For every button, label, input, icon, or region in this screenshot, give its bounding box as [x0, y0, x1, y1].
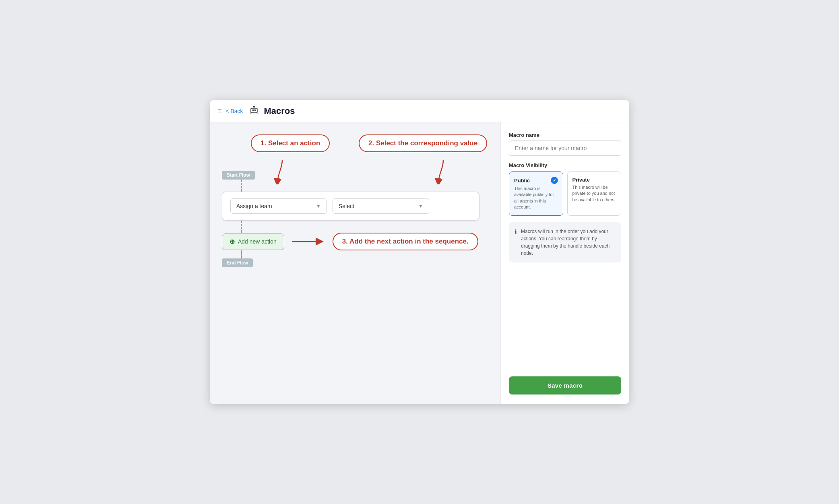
private-visibility-card[interactable]: Private This macro will be private to yo… [567, 171, 622, 216]
dashed-line-bottom [241, 250, 242, 258]
annotation-3: 3. Add the next action in the sequence. [333, 233, 478, 250]
arrow-3-icon [292, 235, 324, 248]
info-text: Macros will run in the order you add you… [521, 228, 616, 257]
svg-point-4 [253, 106, 254, 107]
action-card: Assign a team ▼ Select ▼ [222, 192, 479, 221]
sidebar-spacer [509, 269, 621, 370]
header: ≡ < Back Macros [210, 100, 629, 122]
app-window: ≡ < Back Macros 1 [210, 100, 629, 404]
private-card-title: Private [572, 177, 616, 183]
svg-rect-2 [254, 109, 256, 111]
flow-container: Start Flow Assign a team ▼ Select ▼ [222, 171, 488, 267]
back-label: < Back [225, 108, 243, 114]
visibility-section: Macro Visibility Public ✓ This macro is … [509, 162, 621, 216]
public-card-desc: This macro is available publicly for all… [514, 186, 558, 211]
back-button[interactable]: < Back [225, 108, 243, 114]
add-new-action-button[interactable]: ⊕ Add new action [222, 233, 284, 250]
visibility-options: Public ✓ This macro is available publicl… [509, 171, 621, 216]
public-check-icon: ✓ [551, 177, 558, 184]
public-visibility-card[interactable]: Public ✓ This macro is available publicl… [509, 171, 563, 216]
info-icon: ℹ [515, 228, 517, 236]
start-flow-badge: Start Flow [222, 171, 255, 180]
macro-name-input[interactable] [509, 140, 621, 156]
dashed-line-middle [241, 221, 242, 233]
annotation-1: 1. Select an action [251, 134, 330, 152]
sidebar: Macro name Macro Visibility Public ✓ Thi… [500, 122, 629, 404]
plus-icon: ⊕ [229, 238, 235, 246]
svg-rect-1 [252, 109, 254, 111]
canvas-inner: 1. Select an action 2. Select the corres… [222, 134, 488, 267]
macro-icon [250, 105, 258, 116]
end-flow-badge: End Flow [222, 258, 253, 267]
info-box: ℹ Macros will run in the order you add y… [509, 222, 621, 262]
canvas-area: 1. Select an action 2. Select the corres… [210, 122, 500, 404]
value-dropdown[interactable]: Select ▼ [333, 198, 429, 214]
private-card-desc: This macro will be private to you and no… [572, 184, 616, 203]
hamburger-icon[interactable]: ≡ [218, 107, 221, 115]
annotation-2: 2. Select the corresponding value [359, 134, 487, 152]
action-dropdown-caret: ▼ [316, 203, 321, 209]
step3-row: ⊕ Add new action [222, 233, 478, 250]
public-card-title: Public ✓ [514, 177, 558, 184]
save-macro-button[interactable]: Save macro [509, 376, 621, 395]
svg-line-6 [257, 113, 258, 114]
dashed-line-top [241, 180, 242, 192]
macro-name-section: Macro name [509, 132, 621, 156]
value-dropdown-caret: ▼ [418, 203, 423, 209]
visibility-label: Macro Visibility [509, 162, 621, 168]
svg-rect-0 [251, 108, 257, 113]
body: 1. Select an action 2. Select the corres… [210, 122, 629, 404]
page-title: Macros [264, 106, 295, 116]
action-dropdown[interactable]: Assign a team ▼ [230, 198, 327, 214]
macro-name-label: Macro name [509, 132, 621, 138]
svg-line-5 [250, 113, 251, 114]
